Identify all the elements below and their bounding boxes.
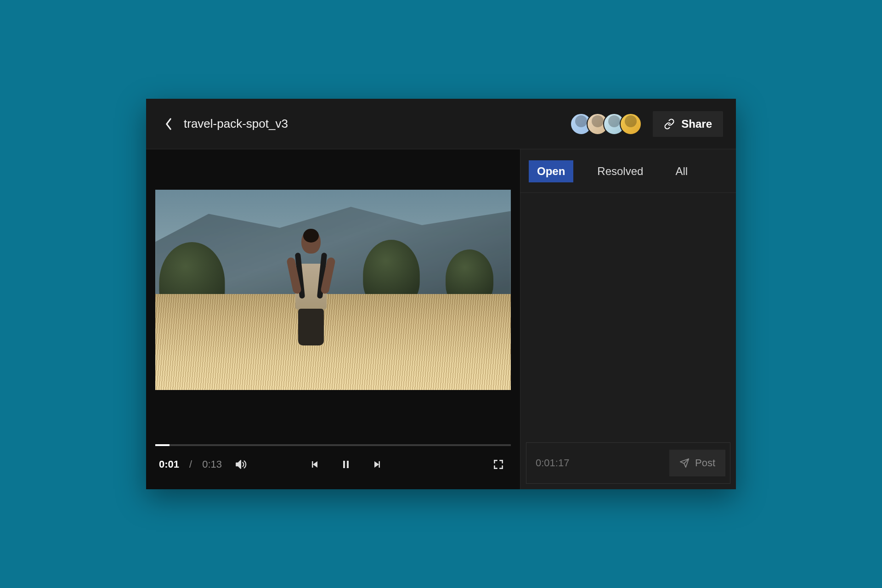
main: 0:01 / 0:13 [146, 149, 736, 489]
player-controls: 0:01 / 0:13 [155, 446, 511, 483]
pause-icon [340, 459, 351, 470]
collaborators [570, 113, 642, 135]
current-time: 0:01 [159, 458, 179, 470]
playback-cluster [307, 456, 384, 473]
time-separator: / [189, 458, 192, 470]
comment-input[interactable] [536, 457, 664, 469]
step-forward-button[interactable] [368, 456, 384, 473]
send-icon [679, 458, 690, 468]
video-pane: 0:01 / 0:13 [146, 149, 520, 489]
chevron-left-icon [164, 118, 173, 130]
header: travel-pack-spot_v3 Share [146, 99, 736, 149]
tab-all[interactable]: All [667, 160, 696, 182]
step-forward-icon [371, 459, 382, 470]
svg-rect-2 [312, 461, 313, 468]
tab-resolved[interactable]: Resolved [589, 160, 651, 182]
comments-pane: Open Resolved All Post [520, 149, 736, 489]
share-button[interactable]: Share [653, 111, 723, 137]
back-button[interactable]: travel-pack-spot_v3 [164, 117, 288, 131]
link-icon [664, 119, 675, 130]
fullscreen-button[interactable] [490, 456, 507, 473]
volume-button[interactable] [232, 456, 249, 473]
volume-icon [235, 458, 247, 470]
step-back-icon [310, 459, 321, 470]
file-title: travel-pack-spot_v3 [184, 117, 288, 131]
svg-rect-3 [343, 461, 345, 468]
scrub-progress [155, 444, 170, 446]
share-label: Share [681, 118, 712, 130]
post-label: Post [695, 457, 715, 469]
svg-marker-5 [374, 461, 379, 468]
tab-open[interactable]: Open [529, 160, 573, 182]
comment-compose: Post [526, 442, 730, 484]
svg-rect-4 [347, 461, 349, 468]
duration: 0:13 [202, 458, 222, 470]
fullscreen-icon [492, 458, 504, 470]
svg-rect-6 [379, 461, 380, 468]
video-review-window: travel-pack-spot_v3 Share [146, 99, 736, 489]
comment-tabs: Open Resolved All [520, 149, 736, 193]
step-back-button[interactable] [307, 456, 324, 473]
pause-button[interactable] [338, 456, 354, 473]
video-frame [155, 190, 511, 390]
scrub-bar[interactable] [155, 444, 511, 446]
post-button[interactable]: Post [669, 450, 725, 476]
video-canvas[interactable] [155, 158, 511, 421]
comments-list [520, 193, 736, 437]
svg-marker-0 [236, 460, 241, 468]
svg-marker-1 [313, 461, 317, 468]
avatar[interactable] [620, 113, 642, 135]
